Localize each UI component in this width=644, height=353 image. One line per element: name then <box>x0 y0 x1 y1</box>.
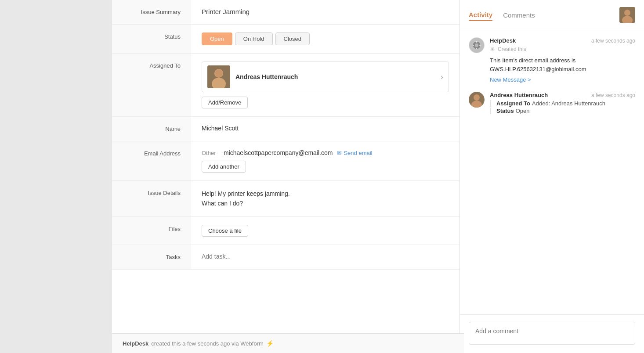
svg-point-10 <box>474 94 480 101</box>
add-another-button[interactable]: Add another <box>202 161 246 173</box>
helpdesk-created-label: Created this <box>498 46 526 52</box>
add-task-input[interactable] <box>202 253 279 260</box>
andreas-header-row: Andreas Huttenrauch a few seconds ago <box>490 92 635 98</box>
email-value-cell: Other michaelscottpapercompany@email.com… <box>191 141 459 181</box>
status-closed-button[interactable]: Closed <box>275 32 310 45</box>
helpdesk-message: This Item's direct email address is GWS.… <box>490 56 635 73</box>
comment-textarea[interactable] <box>469 322 635 345</box>
svg-point-3 <box>215 69 223 77</box>
status-label: Status <box>112 25 191 54</box>
tab-activity[interactable]: Activity <box>469 9 492 21</box>
left-sidebar <box>0 0 112 353</box>
new-message-link[interactable]: New Message > <box>490 76 531 83</box>
footer-text: created this a few seconds ago via Webfo… <box>151 340 264 347</box>
name-text: Michael Scott <box>202 125 239 132</box>
issue-details-label: Issue Details <box>112 181 191 217</box>
footer-lightning-icon: ⚡ <box>266 340 274 347</box>
change-val-status: Open <box>516 108 530 114</box>
email-row-content: Other michaelscottpapercompany@email.com… <box>202 149 449 156</box>
issue-details-text: Help! My printer keeps jamming. What can… <box>202 189 449 209</box>
chevron-right-icon: › <box>441 72 443 82</box>
email-icon: ✉ <box>337 150 342 156</box>
helpdesk-avatar <box>469 37 485 53</box>
activity-change-assigned: Assigned To Added: Andreas Huttenrauch <box>490 100 635 107</box>
assigned-to-label: Assigned To <box>112 54 191 117</box>
helpdesk-created-row: ✳ Created this <box>490 46 635 53</box>
issue-details-row: Issue Details Help! My printer keeps jam… <box>112 181 459 217</box>
tasks-row: Tasks <box>112 245 459 269</box>
email-label: Email Address <box>112 141 191 181</box>
add-remove-button[interactable]: Add/Remove <box>202 97 248 108</box>
helpdesk-time: a few seconds ago <box>591 38 635 44</box>
andreas-avatar <box>469 92 485 108</box>
email-row: Email Address Other michaelscottpapercom… <box>112 141 459 181</box>
svg-point-5 <box>624 10 630 16</box>
main-content: Issue Summary Printer Jamming Status Ope… <box>112 0 459 353</box>
change-val-assigned: Added: Andreas Huttenrauch <box>532 100 605 107</box>
right-panel: Activity Comments <box>459 0 644 353</box>
name-row: Name Michael Scott <box>112 117 459 141</box>
change-key-assigned: Assigned To <box>496 100 530 107</box>
snowflake-icon: ✳ <box>490 46 495 53</box>
header-avatar <box>619 7 635 23</box>
tasks-value-cell <box>191 245 459 269</box>
assigned-person-wrapper: Andreas Huttenrauch › Add/Remove <box>202 61 449 108</box>
activity-change-status: Status Open <box>490 108 635 114</box>
svg-point-8 <box>475 43 478 47</box>
footer-helpdesk: HelpDesk <box>123 340 148 347</box>
name-value-cell: Michael Scott <box>191 117 459 141</box>
helpdesk-icon <box>469 38 484 53</box>
files-value-cell: Choose a file <box>191 216 459 245</box>
issue-summary-text: Printer Jamming <box>202 7 250 15</box>
status-row: Status Open On Hold Closed <box>112 25 459 54</box>
send-email-label: Send email <box>344 150 372 156</box>
name-label: Name <box>112 117 191 141</box>
assigned-person[interactable]: Andreas Huttenrauch › <box>202 61 449 92</box>
assigned-to-row: Assigned To Andreas Hu <box>112 54 459 117</box>
assigned-to-value-cell: Andreas Huttenrauch › Add/Remove <box>191 54 459 117</box>
activity-feed: HelpDesk a few seconds ago ✳ Created thi… <box>460 30 644 314</box>
andreas-time: a few seconds ago <box>591 92 635 98</box>
status-buttons: Open On Hold Closed <box>202 32 449 45</box>
status-value-cell: Open On Hold Closed <box>191 25 459 54</box>
change-key-status: Status <box>496 108 514 114</box>
issue-summary-label: Issue Summary <box>112 0 191 25</box>
footer-bar: HelpDesk created this a few seconds ago … <box>112 333 459 353</box>
issue-details-line1: Help! My printer keeps jamming. <box>202 189 449 198</box>
helpdesk-header-row: HelpDesk a few seconds ago <box>490 37 635 44</box>
tasks-label: Tasks <box>112 245 191 269</box>
tab-comments[interactable]: Comments <box>503 10 535 21</box>
email-address-text: michaelscottpapercompany@email.com <box>224 149 333 156</box>
andreas-activity-body: Andreas Huttenrauch a few seconds ago As… <box>490 92 635 115</box>
status-onhold-button[interactable]: On Hold <box>235 32 273 45</box>
form-table: Issue Summary Printer Jamming Status Ope… <box>112 0 459 270</box>
issue-details-line2: What can I do? <box>202 198 449 208</box>
comment-box-wrapper <box>460 314 644 353</box>
issue-details-value-cell: Help! My printer keeps jamming. What can… <box>191 181 459 217</box>
assigned-avatar <box>207 65 230 88</box>
helpdesk-activity-body: HelpDesk a few seconds ago ✳ Created thi… <box>490 37 635 83</box>
choose-file-button[interactable]: Choose a file <box>202 225 248 237</box>
assigned-name: Andreas Huttenrauch <box>235 73 298 80</box>
right-panel-header: Activity Comments <box>460 0 644 30</box>
files-row: Files Choose a file <box>112 216 459 245</box>
activity-item-andreas: Andreas Huttenrauch a few seconds ago As… <box>469 92 635 115</box>
issue-summary-value: Printer Jamming <box>191 0 459 25</box>
files-label: Files <box>112 216 191 245</box>
helpdesk-author: HelpDesk <box>490 37 516 44</box>
email-type-label: Other <box>202 150 219 156</box>
issue-summary-row: Issue Summary Printer Jamming <box>112 0 459 25</box>
status-open-button[interactable]: Open <box>202 32 232 45</box>
andreas-author: Andreas Huttenrauch <box>490 92 548 98</box>
activity-item-helpdesk: HelpDesk a few seconds ago ✳ Created thi… <box>469 37 635 83</box>
send-email-link[interactable]: ✉ Send email <box>337 150 372 156</box>
